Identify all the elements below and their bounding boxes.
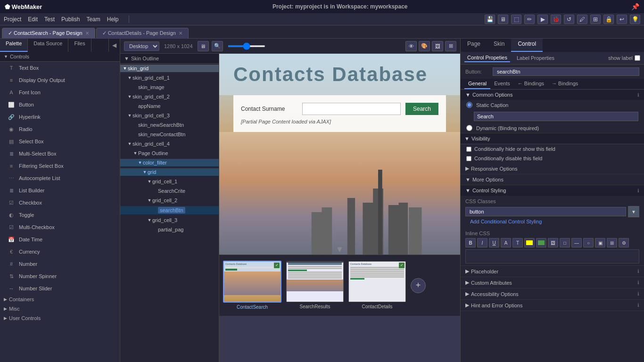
sub-tab-general[interactable]: General: [464, 79, 490, 89]
control-hyperlink[interactable]: 🔗 Hyperlink: [0, 111, 120, 123]
control-text-box[interactable]: T Text Box: [0, 62, 120, 74]
static-caption-radio[interactable]: [466, 102, 472, 108]
outline-item-grid-cell-1[interactable]: ▼ grid_cell_1: [120, 177, 219, 186]
control-propeties-tab[interactable]: Control Propeties: [464, 54, 510, 62]
outline-item-skin-newsearchbtn[interactable]: skin_newSearchBtn: [120, 120, 219, 130]
menu-test[interactable]: Test: [44, 16, 55, 23]
sub-tab-events[interactable]: Events: [490, 79, 514, 89]
tab-contact-search[interactable]: ✓ ContactSearch - Page Design ✕: [2, 28, 95, 38]
control-datetime[interactable]: 📅 Date Time: [0, 233, 120, 246]
italic-btn[interactable]: I: [477, 238, 487, 247]
search-button[interactable]: Search: [405, 103, 438, 115]
circle-btn[interactable]: ○: [583, 238, 594, 247]
tab-contact-search-close[interactable]: ✕: [85, 31, 89, 36]
refresh-icon-btn[interactable]: ↺: [564, 15, 574, 24]
static-caption-input[interactable]: [474, 112, 638, 121]
control-list-builder[interactable]: ≣ List Builder: [0, 184, 120, 197]
monitor-size-icon[interactable]: 🖥: [198, 41, 209, 51]
placeholder-section[interactable]: ▶ Placeholder ℹ: [461, 266, 644, 277]
thumbnail-contact-search[interactable]: ✓ Contacts Database: [223, 261, 281, 303]
pencil-icon-btn[interactable]: ✏: [524, 15, 535, 24]
pen-icon-btn[interactable]: 🖊: [577, 15, 587, 24]
rect-btn[interactable]: ▣: [595, 238, 605, 247]
outline-item-skin-grid-cell-4[interactable]: ▼ skin_grid_cell_4: [120, 139, 219, 148]
menu-help[interactable]: Help: [107, 16, 119, 23]
outline-item-searchcrite[interactable]: SearchCrite: [120, 186, 219, 196]
highlight-btn[interactable]: [524, 238, 535, 247]
skin-icon-btn[interactable]: 🎨: [419, 41, 430, 51]
control-multi-checkbox[interactable]: ☑ Multi-Checkbox: [0, 221, 120, 233]
outline-item-skin-grid-cell-2[interactable]: ▼ skin_grid_cell_2: [120, 92, 219, 101]
image-insert-btn[interactable]: 🖼: [548, 238, 558, 247]
control-number-slider[interactable]: ↔ Number Slider: [0, 282, 120, 295]
tab-palette[interactable]: Palette: [0, 39, 28, 52]
accessibility-section[interactable]: ▶ Accessibility Options ℹ: [461, 288, 644, 300]
line-btn[interactable]: —: [571, 238, 582, 247]
outline-item-grid[interactable]: ▼ grid: [120, 167, 219, 177]
eye-icon-btn[interactable]: 👁: [405, 41, 417, 51]
control-autocomplete[interactable]: ⋯ Autocomplete List: [0, 172, 120, 184]
css-classes-input[interactable]: [465, 207, 626, 216]
control-radio[interactable]: ◉ Radio: [0, 123, 120, 135]
font-btn[interactable]: A: [501, 238, 511, 247]
user-controls-section[interactable]: ▶ User Controls: [0, 313, 120, 323]
outline-item-appname[interactable]: appName: [120, 101, 219, 111]
debug-icon-btn[interactable]: 🐞: [551, 15, 561, 24]
outline-item-partial-pag[interactable]: partial_pag: [120, 225, 219, 234]
device-select[interactable]: Desktop: [124, 41, 159, 51]
menu-project[interactable]: Project: [4, 16, 21, 23]
thumbnail-search-results[interactable]: [286, 261, 344, 302]
misc-section[interactable]: ▶ Misc: [0, 304, 120, 313]
underline-btn[interactable]: U: [489, 238, 499, 247]
disable-checkbox[interactable]: [466, 156, 471, 161]
outline-item-grid-cell-3[interactable]: ▼ grid_cell_3: [120, 215, 219, 225]
bold-btn[interactable]: B: [465, 238, 476, 247]
image-icon-btn[interactable]: 🖼: [432, 41, 443, 51]
play-icon-btn[interactable]: ▶: [537, 15, 548, 24]
layout-icon-btn[interactable]: ⬚: [511, 15, 521, 24]
css-dropdown-button[interactable]: ▼: [628, 206, 639, 217]
control-filtering-select[interactable]: ≡ Filtering Select Box: [0, 160, 120, 172]
box-btn[interactable]: □: [560, 238, 570, 247]
thumbnail-contact-details[interactable]: ✓ Contacts Database: [348, 261, 406, 302]
outline-item-page-outline[interactable]: ▼ Page Outline: [120, 148, 219, 158]
lock-icon-btn[interactable]: 🔒: [603, 15, 614, 24]
menu-team[interactable]: Team: [86, 16, 100, 23]
dynamic-caption-radio[interactable]: [466, 125, 472, 131]
outline-item-skin-newcontactbtn[interactable]: skin_newContactBtn: [120, 130, 219, 139]
custom-attributes-section[interactable]: ▶ Custom Attributes ℹ: [461, 277, 644, 288]
tab-page[interactable]: Page: [461, 39, 487, 52]
grid-icon-btn[interactable]: ⊞: [590, 15, 601, 24]
control-currency[interactable]: € Currency: [0, 246, 120, 258]
outline-item-grid-cell-2[interactable]: ▼ grid_cell_2: [120, 196, 219, 205]
control-font-icon[interactable]: A Font Icon: [0, 86, 120, 99]
responsive-options-section[interactable]: ▶ Responsive Options: [461, 163, 644, 174]
bulb-icon-btn[interactable]: 💡: [630, 15, 640, 24]
collapse-palette-btn[interactable]: ◀: [108, 39, 120, 52]
outline-item-color-filter[interactable]: ▼ color_filter: [120, 158, 219, 167]
control-toggle[interactable]: ◐ Toggle: [0, 209, 120, 221]
outline-item-skin-image[interactable]: skin_image: [120, 82, 219, 92]
add-conditional-styling-link[interactable]: Add Conditional Control Styling: [465, 217, 639, 226]
hint-error-section[interactable]: ▶ Hint and Error Options ℹ: [461, 300, 644, 311]
tab-contact-details[interactable]: ✓ ContactDetails - Page Design ✕: [96, 28, 189, 38]
sub-tab-bindings-in[interactable]: ← Bindings: [514, 79, 548, 89]
label-properties-tab[interactable]: Label Properties: [514, 54, 557, 62]
settings-btn[interactable]: ⚙: [619, 238, 629, 247]
tab-contact-details-close[interactable]: ✕: [179, 31, 182, 36]
grid-view-btn[interactable]: ⊞: [445, 41, 456, 51]
outline-item-searchbtn[interactable]: searchBtn: [120, 205, 219, 215]
show-label-checkbox[interactable]: [635, 55, 640, 61]
control-multi-select[interactable]: ≣ Multi-Select Box: [0, 148, 120, 160]
zoom-icon[interactable]: 🔍: [212, 41, 223, 51]
control-styling-header[interactable]: ▼ Control Styling ℹ: [461, 185, 644, 196]
common-options-header[interactable]: ▼ Common Options ℹ: [461, 90, 644, 100]
control-checkbox[interactable]: ☑ Checkbox: [0, 197, 120, 209]
surname-input[interactable]: [302, 103, 401, 115]
sub-tab-bindings-out[interactable]: → Bindings: [548, 79, 582, 89]
tab-skin[interactable]: Skin: [487, 39, 511, 52]
control-display-only[interactable]: ≡ Display Only Output: [0, 74, 120, 86]
control-number[interactable]: # Number: [0, 258, 120, 270]
save-icon-btn[interactable]: 💾: [485, 15, 495, 24]
bg-color-btn[interactable]: [536, 238, 546, 247]
